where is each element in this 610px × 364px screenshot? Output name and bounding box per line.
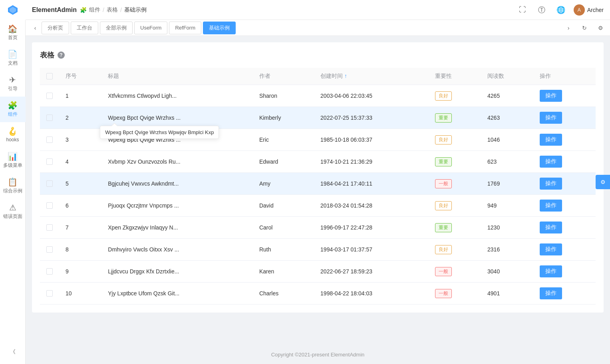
th-author: 作者 <box>253 68 314 85</box>
cell-checkbox-6 <box>40 195 59 217</box>
cell-checkbox-10 <box>40 283 59 305</box>
table-row: 10 Yjy Lxptbce Ufom Qzsk Git... Charles … <box>40 283 596 305</box>
action-button-4[interactable]: 操作 <box>540 156 562 168</box>
help-icon[interactable]: ? <box>58 51 65 59</box>
cell-action-2: 操作 <box>533 107 596 129</box>
user-menu[interactable]: A Archer <box>574 4 604 16</box>
cell-importance-4: 重要 <box>429 151 481 173</box>
sidebar-item-首页[interactable]: 🏠首页 <box>0 20 26 46</box>
sidebar-item-组件[interactable]: 🧩组件 <box>0 97 26 122</box>
importance-badge-8: 良好 <box>435 245 452 254</box>
row-checkbox-6[interactable] <box>46 202 53 209</box>
breadcrumb-sep-1: / <box>103 7 104 13</box>
cell-created-5: 1984-04-21 17:40:11 <box>314 173 429 195</box>
cell-reads-6: 949 <box>481 195 533 217</box>
sidebar-icon-0: 🏠 <box>8 25 18 33</box>
sidebar-collapse-button[interactable]: 《 <box>0 344 26 360</box>
tabs-left-toggle[interactable]: ‹ <box>29 22 42 34</box>
font-size-icon[interactable]: Ⓣ <box>535 4 548 16</box>
sidebar-item-hooks[interactable]: 🪝hooks <box>0 122 26 148</box>
data-table: 序号 标题 作者 创建时间 ↑ 重要性 阅读数 操作 1 Xtfvkcmms C… <box>40 68 596 305</box>
select-all-checkbox[interactable] <box>46 73 53 79</box>
cell-reads-2: 4263 <box>481 107 533 129</box>
action-button-9[interactable]: 操作 <box>540 265 562 277</box>
action-button-10[interactable]: 操作 <box>540 287 562 299</box>
cell-author-6: David <box>253 195 314 217</box>
row-checkbox-7[interactable] <box>46 224 53 231</box>
sidebar-icon-4: 🪝 <box>8 127 18 135</box>
cell-created-6: 2018-03-24 01:54:28 <box>314 195 429 217</box>
cell-title-7: Xpen Zkgxzwjyv Inlaqyy N... <box>101 217 253 239</box>
tab-UseForm[interactable]: UseForm <box>134 22 167 34</box>
sidebar-icon-6: 📋 <box>8 178 18 186</box>
translate-icon[interactable]: 🌐 <box>554 4 567 16</box>
title-text-6: Pjuoqx Qcrzjtmr Vnpcmps ... <box>108 202 179 209</box>
cell-title-10: Yjy Lxptbce Ufom Qzsk Git... <box>101 283 253 305</box>
tab-RefForm[interactable]: RefForm <box>169 22 201 34</box>
action-button-2[interactable]: 操作 <box>540 112 562 124</box>
page-title-area: 表格 ? <box>40 50 596 60</box>
tabs-refresh-icon[interactable]: ↻ <box>578 22 591 34</box>
action-button-7[interactable]: 操作 <box>540 222 562 233</box>
action-button-1[interactable]: 操作 <box>540 90 562 102</box>
fullscreen-icon[interactable]: ⛶ <box>516 4 529 16</box>
row-checkbox-3[interactable] <box>46 136 53 143</box>
avatar-initials: A <box>578 7 581 13</box>
tab-工作台[interactable]: 工作台 <box>71 22 98 34</box>
cell-checkbox-2 <box>40 107 59 129</box>
table-row: 1 Xtfvkcmms Ctlwopvd Ligh... Sharon 2003… <box>40 85 596 107</box>
tab-分析页[interactable]: 分析页 <box>42 22 69 34</box>
action-button-5[interactable]: 操作 <box>540 178 562 190</box>
sidebar-label-7: 错误页面 <box>3 213 22 220</box>
action-button-3[interactable]: 操作 <box>540 134 562 146</box>
cell-checkbox-7 <box>40 217 59 239</box>
cell-index-8: 8 <box>59 239 101 261</box>
importance-badge-6: 良好 <box>435 201 452 210</box>
row-checkbox-5[interactable] <box>46 180 53 187</box>
cell-title-2: Wpexg Bpct Qvige Wrzhxs ... Wpexg Bpct Q… <box>101 107 253 129</box>
cell-title-1: Xtfvkcmms Ctlwopvd Ligh... <box>101 85 253 107</box>
cell-action-9: 操作 <box>533 261 596 283</box>
tabs-settings-icon[interactable]: ⚙ <box>594 22 607 34</box>
sidebar-item-引导[interactable]: ✈引导 <box>0 71 26 97</box>
tab-全部示例[interactable]: 全部示例 <box>100 22 133 34</box>
row-checkbox-10[interactable] <box>46 290 53 297</box>
cell-action-1: 操作 <box>533 85 596 107</box>
row-checkbox-1[interactable] <box>46 93 53 99</box>
importance-badge-4: 重要 <box>435 157 452 166</box>
row-checkbox-4[interactable] <box>46 158 53 165</box>
cell-reads-4: 623 <box>481 151 533 173</box>
cell-reads-7: 1230 <box>481 217 533 239</box>
app-logo[interactable] <box>0 0 26 20</box>
sidebar-item-文档[interactable]: 📄文档 <box>0 46 26 71</box>
row-checkbox-2[interactable] <box>46 115 53 121</box>
cell-author-2: Kimberly <box>253 107 314 129</box>
cell-author-1: Sharon <box>253 85 314 107</box>
username: Archer <box>587 7 604 13</box>
th-importance: 重要性 <box>429 68 481 85</box>
cell-title-4: Xvbmp Xzv Ounzvozols Ru... <box>101 151 253 173</box>
tabs-right-toggle[interactable]: › <box>562 22 575 34</box>
cell-action-10: 操作 <box>533 283 596 305</box>
page-card: 表格 ? 序号 标题 作者 创建时间 ↑ <box>32 42 604 313</box>
tooltip-2: Wpexg Bpct Qvige Wrzhxs Wpwjqv Bmplci Kx… <box>100 126 219 139</box>
sidebar-item-多级菜单[interactable]: 📊多级菜单 <box>0 148 26 173</box>
footer-text: Copyright ©2021-present ElementAdmin <box>271 352 365 358</box>
tooltip-container-2: Wpexg Bpct Qvige Wrzhxs ... Wpexg Bpct Q… <box>108 115 246 121</box>
float-settings-button[interactable]: ⚙ <box>596 175 610 189</box>
row-checkbox-8[interactable] <box>46 246 53 253</box>
title-text-4: Xvbmp Xzv Ounzvozols Ru... <box>108 158 180 165</box>
importance-badge-7: 重要 <box>435 223 452 232</box>
row-checkbox-9[interactable] <box>46 268 53 275</box>
tabs-bar: ‹ 分析页工作台全部示例UseFormRefForm基础示例 › ↻ ⚙ <box>26 20 610 36</box>
cell-reads-3: 1046 <box>481 129 533 151</box>
th-title: 标题 <box>101 68 253 85</box>
action-button-8[interactable]: 操作 <box>540 243 562 255</box>
th-created[interactable]: 创建时间 ↑ <box>314 68 429 85</box>
tab-基础示例[interactable]: 基础示例 <box>203 22 236 34</box>
settings-icon: ⚙ <box>600 179 606 185</box>
action-button-6[interactable]: 操作 <box>540 200 562 212</box>
cell-index-7: 7 <box>59 217 101 239</box>
sidebar-item-综合示例[interactable]: 📋综合示例 <box>0 173 26 199</box>
sidebar-item-错误页面[interactable]: ⚠错误页面 <box>0 199 26 224</box>
